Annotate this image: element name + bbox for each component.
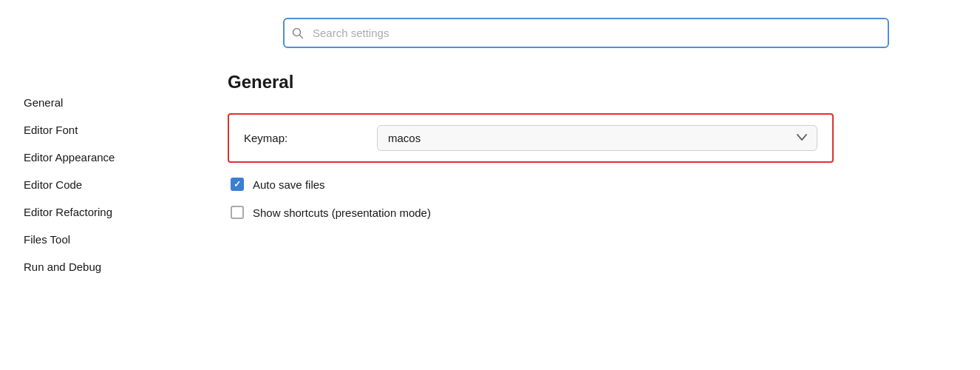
svg-line-1: [300, 35, 303, 38]
page-title: General: [228, 72, 945, 92]
search-input[interactable]: [283, 18, 889, 48]
sidebar-item-editor-code[interactable]: Editor Code: [18, 171, 174, 198]
auto-save-label: Auto save files: [253, 178, 325, 191]
search-bar-container: [228, 18, 945, 48]
main-content: General Keymap: macos windows linux emac…: [192, 0, 980, 370]
show-shortcuts-row: Show shortcuts (presentation mode): [228, 206, 834, 219]
sidebar-item-editor-font[interactable]: Editor Font: [18, 116, 174, 144]
settings-section: Keymap: macos windows linux emacs vim: [228, 113, 945, 219]
show-shortcuts-label: Show shortcuts (presentation mode): [253, 206, 431, 219]
auto-save-row: Auto save files: [228, 178, 834, 191]
auto-save-checkbox[interactable]: [231, 178, 244, 191]
keymap-label: Keymap:: [244, 132, 377, 144]
sidebar: General Editor Font Editor Appearance Ed…: [0, 0, 192, 370]
keymap-row: Keymap: macos windows linux emacs vim: [228, 113, 834, 163]
search-icon: [292, 27, 304, 39]
sidebar-item-files-tool[interactable]: Files Tool: [18, 226, 174, 253]
keymap-select[interactable]: macos windows linux emacs vim: [377, 125, 817, 151]
sidebar-item-editor-appearance[interactable]: Editor Appearance: [18, 144, 174, 171]
sidebar-item-editor-refactoring[interactable]: Editor Refactoring: [18, 198, 174, 226]
search-bar-wrapper: [283, 18, 889, 48]
show-shortcuts-checkbox[interactable]: [231, 206, 244, 219]
keymap-select-wrapper: macos windows linux emacs vim: [377, 125, 817, 151]
sidebar-item-general[interactable]: General: [18, 89, 174, 116]
sidebar-item-run-and-debug[interactable]: Run and Debug: [18, 253, 174, 280]
